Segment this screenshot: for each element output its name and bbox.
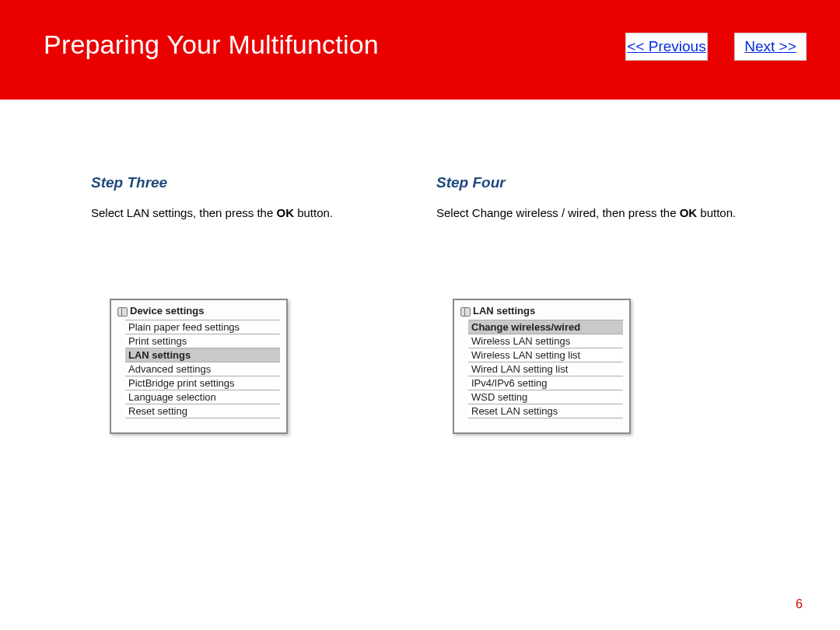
menu-item[interactable]: Wireless LAN settings <box>468 334 623 348</box>
slide-page: Preparing Your Multifunction << Previous… <box>0 0 840 630</box>
device-settings-screen: Device settings Plain paper feed setting… <box>110 299 288 434</box>
step-three-desc-bold: OK <box>276 206 294 219</box>
step-three-desc-part-b: button. <box>294 206 333 219</box>
menu-item[interactable]: Reset setting <box>125 404 280 418</box>
menu-item[interactable]: Reset LAN settings <box>468 404 623 418</box>
page-number: 6 <box>796 597 803 611</box>
menu-item[interactable]: IPv4/IPv6 setting <box>468 376 623 390</box>
menu-item[interactable]: Wired LAN setting list <box>468 362 623 376</box>
step-three-title: Step Three <box>91 174 433 191</box>
previous-button[interactable]: << Previous <box>625 33 708 61</box>
lan-settings-header: LAN settings <box>460 305 623 320</box>
page-title: Preparing Your Multifunction <box>44 30 379 60</box>
step-three-description: Select LAN settings, then press the OK b… <box>91 205 433 221</box>
next-button[interactable]: Next >> <box>734 33 807 61</box>
menu-item[interactable]: Change wireless/wired <box>468 320 623 334</box>
menu-item[interactable]: PictBridge print settings <box>125 376 280 390</box>
step-four-desc-part-a: Select Change wireless / wired, then pre… <box>436 206 680 219</box>
lan-settings-menu: Change wireless/wiredWireless LAN settin… <box>468 320 623 418</box>
lan-settings-screen: LAN settings Change wireless/wiredWirele… <box>453 299 631 434</box>
menu-item[interactable]: Advanced settings <box>125 362 280 376</box>
step-four-description: Select Change wireless / wired, then pre… <box>436 205 779 221</box>
menu-item[interactable]: Wireless LAN setting list <box>468 348 623 362</box>
device-settings-menu: Plain paper feed settingsPrint settingsL… <box>125 320 280 418</box>
step-four-desc-part-b: button. <box>697 206 736 219</box>
menu-item[interactable]: LAN settings <box>125 348 280 362</box>
step-four-desc-bold: OK <box>680 206 698 219</box>
device-settings-title: Device settings <box>130 305 204 317</box>
header-bar: Preparing Your Multifunction << Previous… <box>0 0 840 100</box>
lan-settings-title: LAN settings <box>473 305 535 317</box>
menu-item[interactable]: Language selection <box>125 390 280 404</box>
step-three-desc-part-a: Select LAN settings, then press the <box>91 206 276 219</box>
device-settings-header: Device settings <box>117 305 280 320</box>
step-four-column: Step Four Select Change wireless / wired… <box>436 174 779 227</box>
tools-icon <box>460 306 470 317</box>
step-three-column: Step Three Select LAN settings, then pre… <box>91 174 433 227</box>
menu-item[interactable]: Plain paper feed settings <box>125 320 280 334</box>
menu-item[interactable]: WSD setting <box>468 390 623 404</box>
tools-icon <box>117 306 127 317</box>
step-four-title: Step Four <box>436 174 779 191</box>
menu-item[interactable]: Print settings <box>125 334 280 348</box>
